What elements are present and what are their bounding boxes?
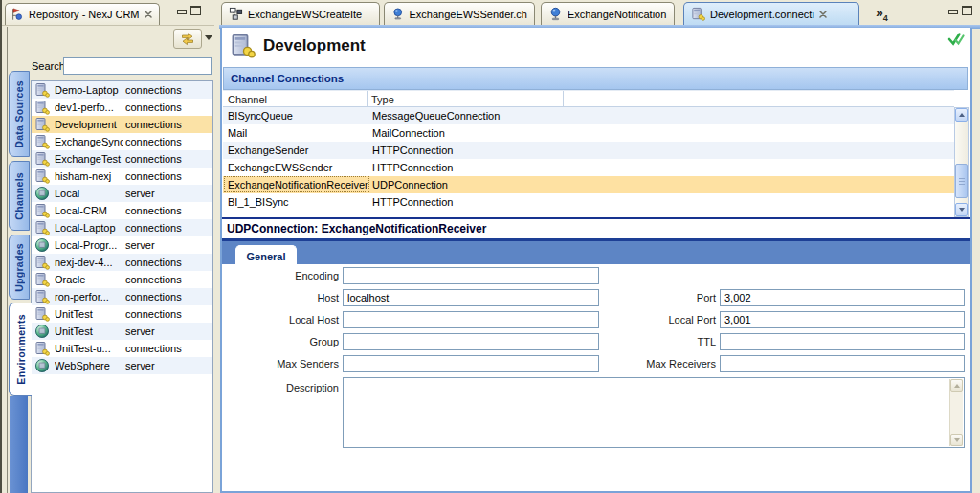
tab-general[interactable]: General [235,245,297,267]
list-item[interactable]: Local-CRMconnections [32,202,212,219]
sidebar-tab-channels[interactable]: Channels [9,161,30,231]
list-item[interactable]: ron-perfor...connections [32,288,212,305]
column-header-type[interactable]: Type [371,91,394,108]
editor-tab-exchangenotification[interactable]: ExchangeNotification [541,2,675,25]
table-row[interactable]: BI_1_BISyncHTTPConnection [223,193,954,211]
editor-tab-exchangeewssender[interactable]: ExchangeEWSSender.ch [384,2,535,25]
scrollbar-thumb[interactable] [955,164,968,198]
max-receivers-field[interactable] [720,355,965,372]
list-item[interactable]: WebSphereserver [32,357,212,374]
description-field-wrap [343,377,965,448]
list-item[interactable]: Local-Laptopconnections [32,219,212,236]
list-item-selected[interactable]: Developmentconnections [32,116,212,133]
sidebar-tab-upgrades[interactable]: Upgrades [9,235,30,300]
column-header-channel[interactable]: Channel [228,91,267,108]
port-field[interactable] [720,289,965,306]
connections-icon [34,272,50,287]
max-senders-field[interactable] [343,355,599,372]
sidebar-tab-environments[interactable]: Environments [9,303,32,396]
editor-tab-exchangeewscreateite[interactable]: ExchangeEWSCreateIte [221,2,380,25]
table-row-selected[interactable]: ExchangeNotificationReceiverUDPConnectio… [223,176,954,193]
connections-icon [34,151,50,167]
maximize-button[interactable] [962,6,972,15]
description-scrollbar[interactable] [949,379,963,446]
list-item[interactable]: ExchangeTestconnections [32,150,212,168]
server-icon [34,186,50,201]
group-field[interactable] [343,333,599,350]
environment-header-icon [230,33,256,58]
sidebar-tab-data-sources[interactable]: Data Sources [9,71,30,157]
list-item[interactable]: Oracleconnections [32,271,212,288]
local-port-field[interactable] [720,311,965,328]
repository-view-tab[interactable]: Repository - NexJ CRM [5,3,160,25]
minimize-button[interactable] [948,7,958,15]
channel-icon [548,7,563,21]
channel-icon [391,7,404,21]
encoding-field[interactable] [343,267,599,284]
connections-icon [34,255,50,270]
field-label-max-receivers: Max Receivers [611,355,716,372]
list-item[interactable]: dev1-perfo...connections [32,99,212,116]
connections-icon [34,168,50,184]
field-label-group: Group [243,333,339,350]
scroll-up-button[interactable] [955,108,968,122]
metadata-icon [229,7,243,21]
search-label: Search [32,60,65,72]
list-item[interactable]: nexj-dev-4...connections [32,254,212,271]
field-label-local-host: Local Host [243,311,339,328]
field-label-port: Port [611,289,716,306]
scroll-up-button[interactable] [950,379,963,392]
host-field[interactable] [343,289,599,306]
list-item[interactable]: UnitTestconnections [32,305,212,323]
connections-icon [34,82,50,98]
connections-icon [34,203,50,218]
table-row[interactable]: MailMailConnection [223,124,954,142]
validate-check-icon[interactable] [947,31,965,47]
link-with-editor-button[interactable] [173,29,202,49]
server-icon [34,324,50,339]
table-row[interactable]: ExchangeSenderHTTPConnection [223,142,954,159]
more-tabs-chevron[interactable]: »4 [876,5,888,23]
window-left-border [0,0,2,493]
view-title: Repository - NexJ CRM [29,9,140,20]
description-field[interactable] [345,379,949,446]
editor-tab-development-active[interactable]: Development.connecti [683,2,859,25]
list-item[interactable]: Local-Progr...server [32,236,212,254]
connections-icon [34,341,50,356]
list-item[interactable]: UnitTestserver [32,323,212,340]
field-label-local-port: Local Port [611,311,716,328]
column-divider[interactable] [368,91,368,108]
connections-icon [34,289,50,304]
minimize-button[interactable] [177,7,187,15]
field-label-encoding: Encoding [243,267,339,284]
view-menu-button[interactable] [205,35,212,40]
field-label-description: Description [243,379,339,396]
list-item[interactable]: Demo-Laptopconnections [32,81,212,99]
connections-icon [34,306,50,322]
maximize-button[interactable] [190,6,201,15]
list-item[interactable]: UnitTest-u...connections [32,340,212,357]
column-divider[interactable] [563,91,564,108]
local-host-field[interactable] [343,311,599,328]
channel-connections-header: Channel Connections [223,67,968,90]
table-row[interactable]: BISyncQueueMessageQueueConnection [223,107,954,124]
close-icon[interactable] [819,11,827,18]
scroll-down-button[interactable] [950,434,963,446]
page-title: Development [263,36,366,56]
repository-icon [11,8,24,21]
server-icon [34,358,50,373]
scroll-down-button[interactable] [955,203,968,216]
list-item[interactable]: hisham-nexjconnections [32,168,212,185]
list-item[interactable]: Localserver [32,185,212,202]
environments-list[interactable]: Demo-Laptopconnections dev1-perfo...conn… [31,80,213,493]
list-item[interactable]: ExchangeSyncconnections [32,133,212,150]
ttl-field[interactable] [720,333,965,350]
close-icon[interactable] [145,11,152,18]
connections-icon [34,100,50,115]
table-row[interactable]: ExchangeEWSSenderHTTPConnection [223,159,954,176]
table-header[interactable]: Channel Type [223,90,954,107]
search-input[interactable] [63,57,212,75]
table-scrollbar[interactable] [954,107,969,217]
field-label-max-senders: Max Senders [243,355,339,372]
connections-icon [34,117,50,132]
